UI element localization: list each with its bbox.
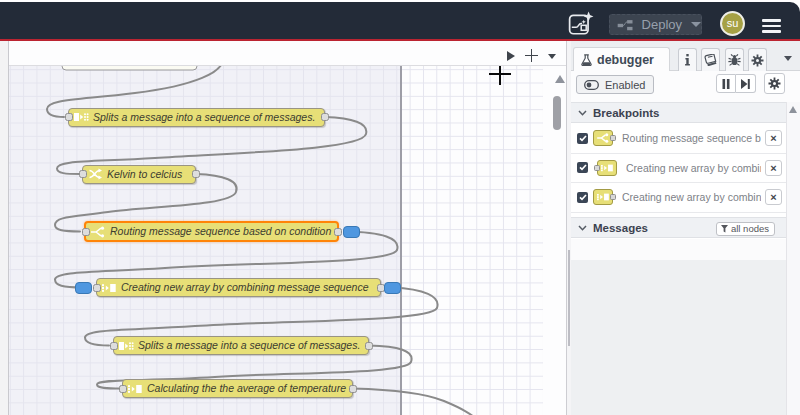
flow-list-caret-icon[interactable] xyxy=(548,54,556,59)
messages-title: Messages xyxy=(593,222,648,234)
messages-empty-row xyxy=(571,239,786,260)
messages-empty-area xyxy=(571,260,786,415)
sidebar: debugger xyxy=(571,41,800,415)
breakpoint-checkbox[interactable] xyxy=(577,192,588,203)
breakpoint-label: Creating new array by combining message … xyxy=(622,191,761,203)
node-output-port[interactable] xyxy=(321,113,329,121)
user-avatar[interactable]: su xyxy=(720,11,745,36)
tab-help[interactable] xyxy=(701,48,720,71)
flow-canvas[interactable]: Splits a message into a sequence of mess… xyxy=(9,66,566,415)
deploy-icon xyxy=(617,16,635,33)
mini-input-port xyxy=(594,165,600,171)
debugger-enabled-toggle[interactable]: Enabled xyxy=(576,75,654,94)
node-label: Kelvin to celcius xyxy=(107,166,182,183)
step-button[interactable] xyxy=(736,74,756,93)
node-label: Routing message sequence based on condit… xyxy=(110,223,331,240)
filter-funnel-icon xyxy=(721,225,728,233)
tab-info[interactable] xyxy=(678,48,697,71)
node-split-1[interactable]: Splits a message into a sequence of mess… xyxy=(68,108,325,127)
assistant-flow-icon[interactable] xyxy=(568,11,594,37)
breakpoint-row[interactable]: Creating new array by combining message … xyxy=(571,154,786,184)
check-icon xyxy=(579,164,587,171)
breakpoints-section-header[interactable]: Breakpoints xyxy=(571,102,786,123)
breakpoint-checkbox[interactable] xyxy=(577,162,588,173)
message-filter-label: all nodes xyxy=(731,223,769,234)
node-input-port[interactable] xyxy=(65,113,73,121)
deploy-button[interactable]: Deploy xyxy=(609,14,702,35)
node-input-port[interactable] xyxy=(110,342,118,350)
node-input-port[interactable] xyxy=(93,284,101,292)
sidebar-scrollbar[interactable] xyxy=(786,102,800,415)
remove-breakpoint-button[interactable]: × xyxy=(765,189,782,205)
gear-icon xyxy=(768,77,781,90)
node-output-port[interactable] xyxy=(334,228,342,236)
node-label: Creating new array by combining message … xyxy=(121,279,368,296)
chevron-down-icon xyxy=(578,110,587,116)
node-output-port[interactable] xyxy=(349,385,357,393)
node-input-port[interactable] xyxy=(79,170,87,178)
remove-breakpoint-button[interactable]: × xyxy=(765,130,782,146)
sidebar-separator-handle[interactable] xyxy=(568,250,570,346)
tab-debugger-label: debugger xyxy=(597,53,654,67)
tab-scroll-right-icon[interactable] xyxy=(507,51,515,61)
node-label: Calculating the the average of temperatu… xyxy=(147,380,346,397)
step-icon xyxy=(741,79,750,89)
sidebar-tab-list-caret-icon[interactable] xyxy=(784,56,792,61)
bug-icon xyxy=(728,54,741,66)
deploy-button-label: Deploy xyxy=(642,17,682,32)
add-flow-button[interactable] xyxy=(525,49,538,62)
breakpoint-row[interactable]: Routing message sequence based on condit… xyxy=(571,124,786,154)
deploy-caret-icon[interactable] xyxy=(691,22,701,27)
node-join-average[interactable]: Calculating the the average of temperatu… xyxy=(122,379,353,398)
debugger-toolbar: Enabled xyxy=(571,72,800,102)
breakpoint-pill-output[interactable] xyxy=(343,226,360,238)
message-filter-button[interactable]: all nodes xyxy=(716,222,775,236)
tab-debugger[interactable]: debugger xyxy=(573,47,670,71)
node-input-port[interactable] xyxy=(82,228,90,236)
breakpoint-pill-output[interactable] xyxy=(384,282,401,294)
messages-section-header[interactable]: Messages all nodes xyxy=(571,217,786,238)
sidebar-scroll-up-icon[interactable] xyxy=(789,106,797,113)
check-icon xyxy=(579,135,587,142)
palette-edge xyxy=(0,41,9,415)
breakpoint-pill-input[interactable] xyxy=(75,282,92,294)
node-output-port[interactable] xyxy=(192,170,200,178)
node-label: Splits a message into a sequence of mess… xyxy=(93,109,315,126)
join-node-icon xyxy=(97,282,121,294)
remove-breakpoint-button[interactable]: × xyxy=(765,160,782,176)
breakpoints-title: Breakpoints xyxy=(593,107,659,119)
node-input-port[interactable] xyxy=(119,385,127,393)
breakpoint-checkbox[interactable] xyxy=(577,133,588,144)
switch-node-mini-icon xyxy=(593,130,613,146)
node-output-port[interactable] xyxy=(365,342,373,350)
main-menu-button[interactable] xyxy=(762,19,781,33)
node-switch-routing[interactable]: Routing message sequence based on condit… xyxy=(84,221,339,242)
book-icon xyxy=(704,54,717,66)
canvas-scroll-up-icon[interactable] xyxy=(555,75,565,83)
node-change-kelvin[interactable]: Kelvin to celcius xyxy=(82,165,196,184)
sidebar-tab-strip: debugger xyxy=(571,41,800,71)
node-split-2[interactable]: Splits a message into a sequence of mess… xyxy=(113,336,369,355)
join-node-mini-icon xyxy=(597,160,617,176)
tab-config-nodes[interactable] xyxy=(748,48,767,71)
info-icon xyxy=(685,54,690,66)
canvas-scrollbar-thumb[interactable] xyxy=(553,96,561,130)
tab-debug-messages[interactable] xyxy=(725,48,744,71)
mini-output-port xyxy=(610,135,616,141)
node-partial-top[interactable] xyxy=(62,66,197,70)
split-node-icon xyxy=(69,111,93,123)
header-bar: Deploy su xyxy=(0,2,800,39)
enabled-toggle-label: Enabled xyxy=(605,79,645,91)
join-node-mini-icon xyxy=(593,189,613,205)
chevron-down-icon xyxy=(578,225,587,231)
breakpoint-label: Creating new array by combining message … xyxy=(626,162,761,174)
breakpoint-row[interactable]: Creating new array by combining message … xyxy=(571,183,786,213)
node-join-array[interactable]: Creating new array by combining message … xyxy=(96,278,381,297)
pause-button[interactable] xyxy=(716,74,736,93)
debugger-content: Breakpoints Routing message sequence bas… xyxy=(571,102,800,415)
change-node-icon xyxy=(83,168,107,180)
crosshair-cursor xyxy=(499,66,501,85)
debugger-settings-button[interactable] xyxy=(764,73,785,94)
check-icon xyxy=(579,194,587,201)
workspace-tab-bar xyxy=(9,41,566,66)
